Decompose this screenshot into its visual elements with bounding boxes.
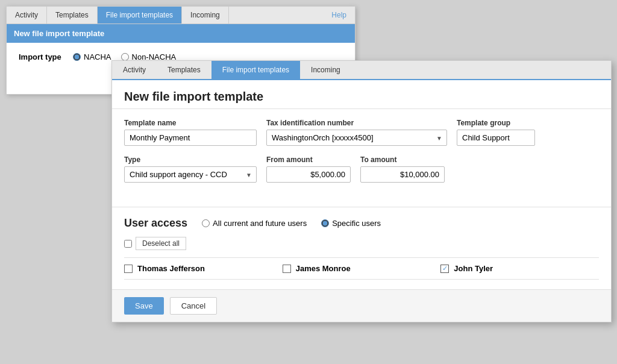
import-type-label: Import type: [19, 52, 67, 61]
field-row-2: Type Child support agency - CCD ▼ From a…: [124, 155, 599, 183]
radio-nacha-text: NACHA: [84, 52, 111, 61]
to-amount-label: To amount: [360, 155, 445, 164]
radio-all-users[interactable]: [202, 219, 210, 227]
user-access-section: User access All current and future users…: [112, 217, 611, 289]
user-item-john: John Tyler: [440, 264, 599, 273]
user-item-james: James Monroe: [283, 264, 441, 273]
to-amount-input[interactable]: [360, 166, 445, 183]
user-item-thomas: Thomas Jefferson: [124, 264, 283, 273]
bg-tab-incoming[interactable]: Incoming: [182, 7, 229, 24]
user-thomas-checkbox[interactable]: [124, 265, 133, 273]
radio-all-users-label[interactable]: All current and future users: [202, 219, 307, 228]
deselect-row: Deselect all: [124, 237, 599, 250]
field-row-1: Template name Tax identification number …: [124, 119, 599, 146]
type-label: Type: [124, 155, 257, 164]
radio-nacha[interactable]: [73, 53, 81, 61]
fg-page-title: New file import template: [124, 90, 599, 104]
bg-page-title: New file import template: [7, 24, 355, 43]
fg-page-header: New file import template: [112, 80, 611, 109]
radio-specific-users-label[interactable]: Specific users: [321, 219, 381, 228]
template-group-label: Template group: [457, 119, 535, 127]
type-select-wrapper: Child support agency - CCD ▼: [124, 166, 257, 183]
radio-specific-users[interactable]: [321, 219, 329, 227]
deselect-all-button[interactable]: Deselect all: [136, 237, 186, 250]
foreground-window: Activity Templates File import templates…: [111, 60, 612, 322]
form-body: Template name Tax identification number …: [112, 109, 611, 202]
cancel-button[interactable]: Cancel: [170, 297, 217, 315]
tax-id-select-wrapper: WashingtonOrch [xxxxx4500] ▼: [266, 130, 447, 146]
radio-nacha-label[interactable]: NACHA: [73, 52, 111, 61]
user-james-name: James Monroe: [296, 264, 351, 273]
user-access-header: User access All current and future users…: [124, 217, 599, 230]
bottom-bar: Save Cancel: [112, 289, 611, 322]
user-thomas-name: Thomas Jefferson: [137, 264, 205, 273]
tax-id-select[interactable]: WashingtonOrch [xxxxx4500]: [266, 130, 447, 146]
from-amount-input[interactable]: [266, 166, 351, 183]
template-name-input[interactable]: [124, 130, 257, 146]
fg-tab-templates[interactable]: Templates: [157, 61, 211, 79]
tax-id-label: Tax identification number: [266, 119, 447, 127]
section-divider: [112, 207, 611, 207]
deselect-all-checkbox[interactable]: [124, 240, 132, 248]
bg-tab-bar: Activity Templates File import templates…: [7, 7, 355, 24]
from-amount-label: From amount: [266, 155, 351, 164]
bg-tab-activity[interactable]: Activity: [7, 7, 47, 24]
bg-tab-templates[interactable]: Templates: [47, 7, 98, 24]
user-john-checkbox[interactable]: [440, 265, 449, 273]
template-name-label: Template name: [124, 119, 257, 127]
fg-tab-bar: Activity Templates File import templates…: [112, 61, 611, 80]
bg-tab-file-import[interactable]: File import templates: [98, 7, 182, 24]
template-group-input[interactable]: [457, 130, 535, 146]
template-name-group: Template name: [124, 119, 257, 146]
user-james-checkbox[interactable]: [283, 265, 291, 273]
from-amount-group: From amount: [266, 155, 351, 183]
users-row: Thomas Jefferson James Monroe John Tyler: [124, 257, 599, 280]
radio-all-users-text: All current and future users: [213, 219, 307, 228]
user-access-title: User access: [124, 217, 187, 230]
type-select[interactable]: Child support agency - CCD: [124, 166, 257, 183]
fg-tab-activity[interactable]: Activity: [112, 61, 157, 79]
user-john-name: John Tyler: [454, 264, 493, 273]
type-group: Type Child support agency - CCD ▼: [124, 155, 257, 183]
help-link[interactable]: Help: [323, 7, 355, 24]
save-button[interactable]: Save: [124, 297, 164, 315]
template-group-field-group: Template group: [457, 119, 535, 146]
tax-id-group: Tax identification number WashingtonOrch…: [266, 119, 447, 146]
to-amount-group: To amount: [360, 155, 445, 183]
fg-tab-incoming[interactable]: Incoming: [300, 61, 351, 79]
fg-tab-file-import[interactable]: File import templates: [211, 61, 300, 79]
radio-specific-users-text: Specific users: [332, 219, 381, 228]
